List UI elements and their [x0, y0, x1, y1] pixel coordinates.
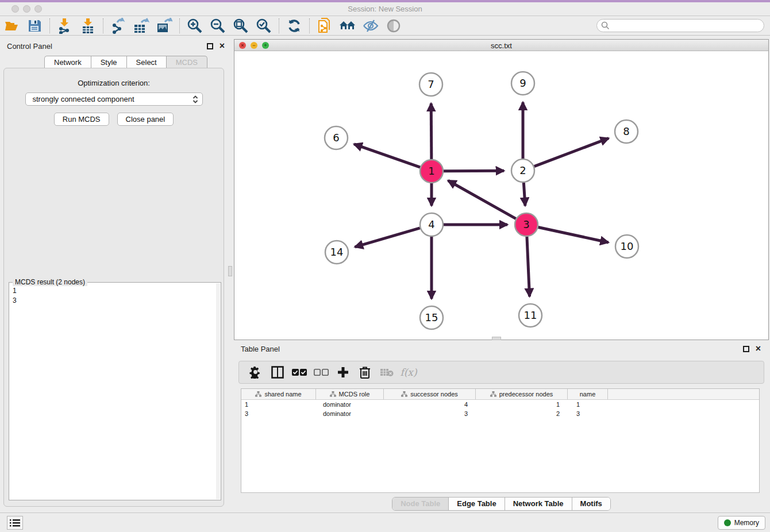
network-canvas[interactable]: 7968124314101511 [234, 52, 768, 340]
vertical-splitter-handle[interactable] [228, 266, 232, 276]
node-label-15: 15 [425, 311, 438, 323]
column-header-predecessor-nodes[interactable]: predecessor nodes [476, 389, 568, 399]
import-network-icon[interactable] [56, 18, 74, 34]
tab-style[interactable]: Style [91, 56, 126, 68]
control-panel: Control Panel × Network Style Select MCD… [0, 36, 232, 512]
save-session-icon[interactable] [26, 18, 43, 34]
tab-mcds[interactable]: MCDS [166, 56, 207, 68]
toolbar-separator [49, 18, 50, 33]
tab-network-table[interactable]: Network Table [505, 498, 572, 510]
mcds-result-title: MCDS result (2 nodes) [13, 278, 87, 286]
cell-name[interactable]: 1 [568, 400, 608, 409]
float-panel-icon[interactable] [207, 43, 213, 49]
refresh-icon[interactable] [286, 18, 303, 34]
show-graphics-details-icon[interactable] [385, 18, 402, 34]
memory-status-icon [724, 519, 731, 526]
network-window-titlebar[interactable]: × − + scc.txt [234, 40, 768, 51]
edge-3-1[interactable] [448, 180, 516, 218]
column-header-name[interactable]: name [568, 389, 608, 399]
function-builder-icon[interactable]: f(x) [401, 365, 416, 380]
zoom-selected-icon[interactable] [255, 18, 272, 34]
edge-1-2[interactable] [444, 171, 504, 171]
cell-name[interactable]: 3 [568, 409, 608, 418]
import-table-icon[interactable] [79, 18, 97, 34]
table-row[interactable]: 3 dominator 3 2 3 [241, 409, 759, 418]
toolbar-separator [179, 18, 180, 33]
column-header-shared-name[interactable]: shared name [241, 389, 316, 399]
open-session-icon[interactable] [3, 18, 20, 34]
close-panel-icon[interactable]: × [220, 41, 225, 51]
node-label-4: 4 [428, 218, 434, 230]
network-window-title: scc.txt [234, 41, 768, 50]
table-toolbar: f(x) [238, 361, 764, 384]
network-overview-icon[interactable] [339, 18, 356, 34]
edge-4-14[interactable] [355, 228, 420, 247]
cell-predecessor-nodes[interactable]: 2 [476, 409, 568, 418]
float-table-panel-icon[interactable] [743, 346, 749, 352]
mcds-panel: Optimization criterion: strongly connect… [3, 68, 224, 507]
edge-1-7[interactable] [431, 103, 432, 159]
tab-network[interactable]: Network [44, 56, 91, 68]
edge-3-11[interactable] [527, 237, 530, 296]
edge-2-3[interactable] [523, 183, 525, 206]
delete-table-icon[interactable] [379, 365, 394, 380]
tab-select[interactable]: Select [126, 56, 166, 68]
criterion-select[interactable]: strongly connected component [25, 92, 203, 106]
node-label-8: 8 [623, 125, 629, 137]
mcds-result-scrollbar[interactable] [216, 283, 220, 499]
control-panel-title: Control Panel [7, 42, 52, 51]
horizontal-splitter-handle[interactable] [492, 337, 501, 340]
table-tabs: Node Table Edge Table Network Table Moti… [234, 497, 769, 511]
export-network-icon[interactable] [110, 18, 127, 34]
column-header-mcds-role[interactable]: MCDS role [316, 389, 384, 399]
control-panel-tabs: Network Style Select MCDS [44, 56, 207, 68]
zoom-in-icon[interactable] [186, 18, 203, 34]
search-input[interactable] [596, 19, 764, 32]
task-history-button[interactable] [7, 516, 23, 530]
edge-1-6[interactable] [354, 144, 420, 167]
cell-mcds-role[interactable]: dominator [316, 409, 384, 418]
export-table-icon[interactable] [133, 18, 150, 34]
cell-successor-nodes[interactable]: 4 [384, 400, 476, 409]
status-bar: Memory [0, 512, 770, 532]
edge-2-8[interactable] [534, 138, 609, 167]
node-label-7: 7 [428, 78, 434, 90]
cell-mcds-role[interactable]: dominator [316, 400, 384, 409]
close-table-panel-icon[interactable]: × [756, 344, 761, 354]
hide-graphics-details-icon[interactable] [362, 18, 379, 34]
tab-motifs[interactable]: Motifs [572, 498, 610, 510]
cell-shared-name[interactable]: 3 [241, 409, 316, 418]
delete-column-icon[interactable] [357, 365, 372, 380]
node-table[interactable]: shared name MCDS role successor nodes pr… [241, 388, 760, 493]
memory-label: Memory [734, 519, 759, 527]
node-label-6: 6 [333, 132, 339, 144]
zoom-fit-icon[interactable] [232, 18, 249, 34]
zoom-out-icon[interactable] [209, 18, 226, 34]
tab-node-table[interactable]: Node Table [392, 498, 449, 510]
table-panel: Table Panel × f(x) shared name MCDS role [234, 342, 769, 511]
cell-shared-name[interactable]: 1 [241, 400, 316, 409]
network-window: × − + scc.txt 7968124314101511 [234, 39, 769, 340]
split-panel-icon[interactable] [270, 365, 285, 380]
edge-3-10[interactable] [538, 227, 609, 242]
add-column-icon[interactable] [336, 365, 351, 380]
table-header-row: shared name MCDS role successor nodes pr… [241, 389, 759, 400]
criterion-value: strongly connected component [33, 95, 134, 103]
deselect-all-icon[interactable] [314, 365, 329, 380]
cell-successor-nodes[interactable]: 3 [384, 409, 476, 418]
run-mcds-button[interactable]: Run MCDS [54, 113, 109, 126]
table-row[interactable]: 1 dominator 4 1 1 [241, 400, 759, 409]
mcds-result-text[interactable]: 1 3 [13, 286, 214, 498]
main-toolbar [0, 16, 770, 36]
memory-button[interactable]: Memory [718, 516, 765, 530]
column-header-successor-nodes[interactable]: successor nodes [384, 389, 476, 399]
cell-predecessor-nodes[interactable]: 1 [476, 400, 568, 409]
toolbar-separator [103, 18, 103, 33]
node-label-11: 11 [524, 309, 537, 321]
duplicate-network-icon[interactable] [316, 18, 333, 34]
export-image-icon[interactable] [156, 18, 173, 34]
select-all-icon[interactable] [292, 365, 307, 380]
close-panel-button[interactable]: Close panel [117, 113, 174, 126]
settings-icon[interactable] [248, 365, 263, 380]
tab-edge-table[interactable]: Edge Table [449, 498, 505, 510]
